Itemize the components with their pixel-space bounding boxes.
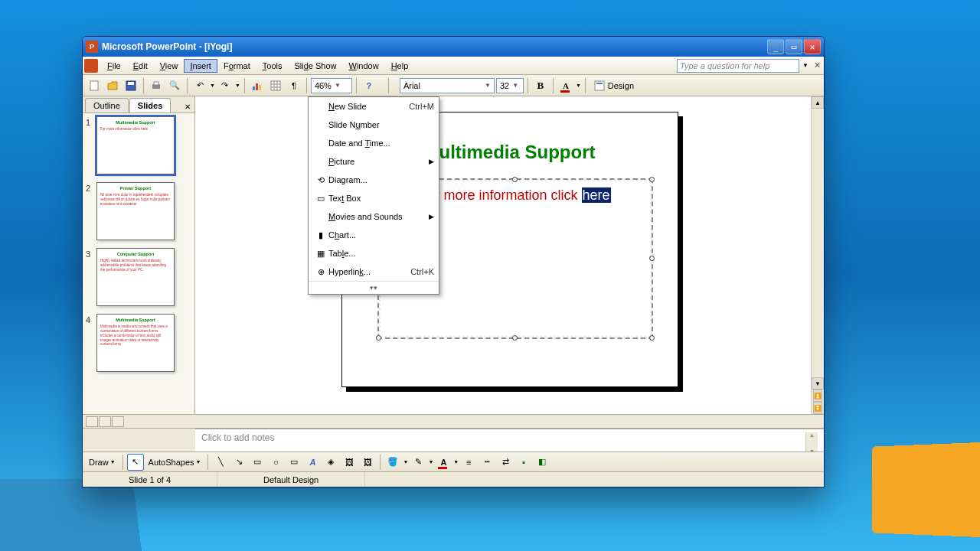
bold-button[interactable]: B: [532, 77, 549, 94]
normal-view-button[interactable]: [86, 416, 98, 427]
next-slide-icon: ⏬: [813, 402, 822, 414]
3d-button[interactable]: ◧: [534, 454, 550, 471]
menu-item-label: New Slide: [328, 102, 409, 111]
select-objects-button[interactable]: ↖: [127, 454, 144, 471]
help-search-input[interactable]: [677, 59, 799, 73]
titlebar[interactable]: P Microsoft PowerPoint - [iYogi] _ ▭ ✕: [83, 37, 824, 57]
menu-item-table[interactable]: ▦ Table...: [309, 244, 439, 262]
expand-menu-icon[interactable]: ▾▾: [309, 281, 439, 294]
menu-file[interactable]: File: [101, 59, 127, 73]
thumb-preview[interactable]: Computer Support Highly skilled technici…: [96, 248, 175, 306]
slide-thumbnail[interactable]: 2 Printer Support Nil aute irure dolor i…: [86, 182, 191, 240]
zoom-combo[interactable]: 46%▼: [311, 78, 352, 93]
fill-color-button[interactable]: 🪣: [384, 454, 401, 471]
slide-thumbnail[interactable]: 4 Multimedia Support Multimedia is media…: [86, 314, 191, 372]
statusbar: Slide 1 of 4 Default Design: [83, 471, 824, 487]
design-button[interactable]: Design: [590, 79, 639, 93]
menu-item-icon: ▦: [313, 249, 328, 259]
resize-handle[interactable]: [376, 335, 381, 341]
help-dropdown-icon[interactable]: ▼: [802, 62, 808, 69]
clipart-button[interactable]: 🖼: [341, 454, 358, 471]
menu-insert[interactable]: Insert: [184, 59, 217, 73]
print-preview-button[interactable]: 🔍: [166, 77, 183, 94]
slideshow-view-button[interactable]: [112, 416, 124, 427]
svg-rect-8: [271, 81, 280, 90]
menu-window[interactable]: Window: [343, 59, 385, 73]
arrow-style-button[interactable]: ⇄: [497, 454, 514, 471]
notes-scrollbar[interactable]: ▲▼: [805, 432, 818, 454]
arrow-button[interactable]: ↘: [230, 454, 247, 471]
picture-button[interactable]: 🖼: [359, 454, 376, 471]
new-button[interactable]: [86, 77, 103, 94]
open-button[interactable]: [104, 77, 121, 94]
chart-button[interactable]: [249, 77, 266, 94]
menu-item-picture[interactable]: Picture ▶: [309, 152, 439, 171]
menu-item-hyperlink[interactable]: ⊕ Hyperlink... Ctrl+K: [309, 262, 439, 281]
thumb-preview[interactable]: Printer Support Nil aute irure dolor in …: [96, 182, 175, 240]
menu-edit[interactable]: Edit: [127, 59, 154, 73]
notes-pane[interactable]: Click to add notes ▲▼: [195, 429, 824, 452]
menu-slideshow[interactable]: Slide Show: [288, 59, 342, 73]
vertical-scrollbar[interactable]: ▲ ▼ ⏫ ⏬: [811, 96, 824, 414]
diagram-button[interactable]: ◈: [322, 454, 339, 471]
thumb-preview[interactable]: Multimedia Support Multimedia is media a…: [96, 314, 175, 372]
menu-item-chart[interactable]: ▮ Chart...: [309, 226, 439, 244]
dash-style-button[interactable]: ┅: [479, 454, 495, 471]
menu-item-label: Table...: [328, 249, 434, 258]
resize-handle[interactable]: [649, 256, 655, 261]
menu-item-new-slide[interactable]: New Slide Ctrl+M: [309, 97, 439, 116]
shadow-button[interactable]: ▪: [515, 454, 532, 471]
textbox-button[interactable]: ▭: [286, 454, 302, 471]
panel-close-icon[interactable]: ✕: [181, 101, 194, 112]
oval-button[interactable]: ○: [267, 454, 284, 471]
table-button[interactable]: [267, 77, 284, 94]
slide-area[interactable]: Multimedia Support For more information …: [195, 96, 824, 414]
slide-thumbnail[interactable]: 1 Multimedia Support For more informatio…: [86, 116, 191, 174]
resize-handle[interactable]: [649, 177, 655, 182]
menu-format[interactable]: Format: [217, 59, 256, 73]
close-doc-icon[interactable]: ✕: [812, 60, 822, 71]
design-info: Default Design: [217, 472, 365, 487]
thumb-preview[interactable]: Multimedia Support For more information …: [96, 116, 175, 174]
redo-button[interactable]: ↷: [217, 77, 234, 94]
system-menu-icon[interactable]: [84, 59, 98, 73]
font-name-combo[interactable]: Arial▼: [400, 78, 495, 93]
resize-handle[interactable]: [512, 335, 518, 341]
menu-tools[interactable]: Tools: [256, 59, 289, 73]
menu-help[interactable]: Help: [385, 59, 415, 73]
line-button[interactable]: ╲: [212, 454, 229, 471]
save-button[interactable]: [122, 77, 139, 94]
wordart-button[interactable]: A: [304, 454, 321, 471]
resize-handle[interactable]: [512, 177, 518, 182]
rectangle-button[interactable]: ▭: [249, 454, 266, 471]
font-color-button[interactable]: A: [557, 77, 574, 94]
maximize-button[interactable]: ▭: [786, 39, 802, 54]
undo-button[interactable]: ↶: [191, 77, 208, 94]
line-color-button[interactable]: ✎: [410, 454, 426, 471]
font-size-combo[interactable]: 32▼: [496, 78, 524, 93]
show-formatting-button[interactable]: ¶: [286, 77, 302, 94]
menu-item-date-and-time[interactable]: Date and Time...: [309, 134, 439, 152]
menu-item-label: Movies and Sounds: [328, 212, 429, 221]
menu-item-diagram[interactable]: ⟲ Diagram...: [309, 171, 439, 189]
menu-item-movies-and-sounds[interactable]: Movies and Sounds ▶: [309, 207, 439, 226]
slide-thumbnail[interactable]: 3 Computer Support Highly skilled techni…: [86, 248, 191, 306]
autoshapes-menu[interactable]: AutoShapes▼: [145, 456, 204, 468]
tab-slides[interactable]: Slides: [129, 98, 171, 112]
sorter-view-button[interactable]: [99, 416, 111, 427]
drawing-toolbar: Draw▼ ↖ AutoShapes▼ ╲ ↘ ▭ ○ ▭ A ◈ 🖼 🖼 🪣▼…: [83, 452, 824, 471]
tab-outline[interactable]: Outline: [85, 98, 129, 112]
font-color-button[interactable]: A: [435, 454, 452, 471]
svg-rect-5: [253, 86, 255, 90]
menu-view[interactable]: View: [154, 59, 185, 73]
resize-handle[interactable]: [649, 335, 655, 341]
close-button[interactable]: ✕: [804, 39, 821, 54]
svg-rect-2: [128, 82, 134, 85]
minimize-button[interactable]: _: [767, 39, 784, 54]
draw-menu[interactable]: Draw▼: [86, 456, 119, 468]
line-style-button[interactable]: ≡: [460, 454, 477, 471]
menu-item-text-box[interactable]: ▭ Text Box: [309, 189, 439, 207]
help-button[interactable]: ?: [361, 77, 377, 94]
menu-item-slide-number[interactable]: Slide Number: [309, 116, 439, 134]
print-button[interactable]: [148, 77, 165, 94]
